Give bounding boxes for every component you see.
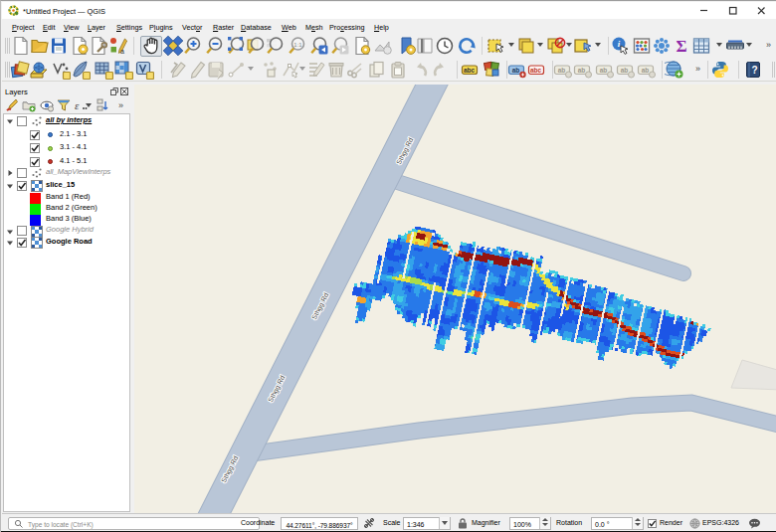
svg-text:ε: ε (75, 99, 80, 111)
svg-text:a: a (120, 48, 124, 55)
svg-text:ab: ab (621, 67, 629, 74)
svg-text:ab: ab (578, 67, 586, 74)
svg-text:1:1: 1:1 (293, 42, 302, 48)
svg-text:ab: ab (512, 67, 520, 74)
svg-text:abc: abc (464, 67, 476, 74)
svg-text:abc: abc (530, 67, 542, 74)
svg-text:ab: ab (558, 67, 566, 74)
svg-text:?: ? (751, 65, 757, 76)
svg-text:ab: ab (642, 67, 650, 74)
svg-text:ab: ab (600, 67, 608, 74)
svg-text:Σ: Σ (676, 37, 686, 56)
